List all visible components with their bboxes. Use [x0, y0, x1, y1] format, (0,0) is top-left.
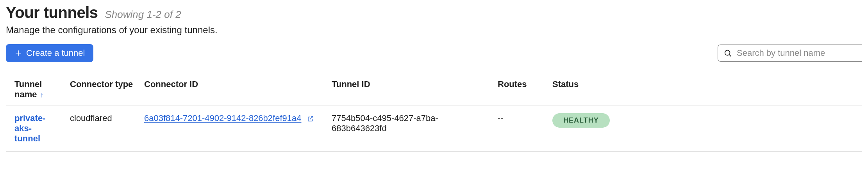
sort-asc-icon: ↑ [40, 91, 44, 99]
col-header-tunnel-id[interactable]: Tunnel ID [330, 74, 496, 105]
page-subtitle: Showing 1-2 of 2 [105, 9, 181, 21]
tunnels-table: Tunnel name ↑ Connector type Connector I… [6, 74, 862, 152]
col-header-connector-id[interactable]: Connector ID [143, 74, 330, 105]
page-header: Your tunnels Showing 1-2 of 2 [6, 4, 862, 21]
col-header-connector-type[interactable]: Connector type [68, 74, 143, 105]
search-input[interactable] [737, 48, 857, 58]
page-description: Manage the configurations of your existi… [6, 25, 862, 36]
table-row: private-aks-tunnel cloudflared 6a03f814-… [6, 105, 862, 152]
connector-id-link[interactable]: 6a03f814-7201-4902-9142-826b2fef91a4 [144, 113, 301, 123]
col-header-name-label: Tunnel name [14, 79, 42, 99]
col-header-routes[interactable]: Routes [496, 74, 551, 105]
svg-line-3 [729, 55, 731, 56]
create-tunnel-label: Create a tunnel [26, 48, 85, 58]
search-icon [723, 49, 732, 57]
col-header-status[interactable]: Status [551, 74, 862, 105]
actions-row: Create a tunnel [6, 44, 862, 62]
col-header-name[interactable]: Tunnel name ↑ [6, 74, 68, 105]
create-tunnel-button[interactable]: Create a tunnel [6, 44, 93, 62]
svg-point-2 [725, 50, 730, 55]
tunnel-name-link[interactable]: private-aks-tunnel [14, 113, 57, 144]
plus-icon [14, 49, 22, 57]
search-box[interactable] [718, 45, 862, 62]
page-title: Your tunnels [6, 4, 98, 21]
status-badge: HEALTHY [552, 113, 610, 128]
table-header-row: Tunnel name ↑ Connector type Connector I… [6, 74, 862, 105]
cell-connector-type: cloudflared [68, 105, 143, 152]
external-link-icon [307, 115, 314, 122]
cell-tunnel-id: 7754b504-c495-4627-a7ba-683b643623fd [330, 105, 496, 152]
cell-routes: -- [496, 105, 551, 152]
